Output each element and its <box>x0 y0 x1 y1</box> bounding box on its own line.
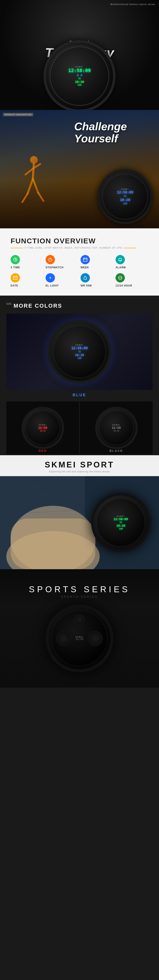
challenge-date2: 10:20 <box>120 198 130 202</box>
red-watch-face: SKMEI 12:58 10:20 <box>38 424 47 432</box>
sports-brand: SKMEI <box>75 636 84 638</box>
svg-line-2 <box>26 168 33 175</box>
blue-time: 12:58:09 <box>71 346 88 350</box>
challenge-bottom: 50M <box>123 202 127 205</box>
function-item-ellight: EL LIGHT <box>46 273 79 287</box>
runner-silhouette <box>13 151 51 216</box>
wrist-date1: 5U <box>120 521 122 523</box>
challenge-watch-circle: SKMEI 12:58:09 5U 10:20 50M <box>98 169 153 224</box>
function-item-alarm: ALARM <box>116 255 148 269</box>
wrist-bottom: 50M <box>119 528 123 530</box>
hero-section: Multifunctional fashion sports series SK… <box>0 0 159 110</box>
subdial-right <box>88 631 103 646</box>
sports-center-display: SKMEI 12:58 <box>75 636 84 641</box>
hero-watch: SKMEI 12:58:09 4 4 5U 10:20 50M <box>43 40 116 110</box>
svg-line-1 <box>33 164 34 179</box>
function-icon-date: 31 <box>11 273 20 283</box>
sport-tagline: Exploring the self and exploring the fut… <box>0 470 159 473</box>
date-icon: 31 <box>13 275 18 280</box>
wrist-watch-face: SKMEI 12:58:09 5U 10:20 50M <box>114 515 128 530</box>
sport-brand: SKMEI SPORT <box>0 460 159 469</box>
sports-series-title: SPORTS SERIES <box>29 585 130 594</box>
sport-section: SKMEI SPORT Exploring the self and explo… <box>0 455 159 569</box>
svg-text:31: 31 <box>14 278 16 279</box>
function-title: FUNCTION OVERVIEW <box>11 237 148 245</box>
blue-bottom: 50M <box>77 357 82 360</box>
function-item-date: 31 DATE <box>11 273 43 287</box>
function-grid: 3 TIME STOPWATCH WEEK ALARM 31 DATE <box>11 255 148 287</box>
watch-time-main: 12:58:09 <box>68 68 91 73</box>
wrist-watch-image: SKMEI 12:58:09 5U 10:20 50M <box>0 476 159 569</box>
challenge-date1: 5U <box>124 195 126 197</box>
blue-date1: 5U <box>78 350 81 353</box>
black-watch-face: SKMEI 12:58 10:20 <box>112 424 120 432</box>
black-watch-inner: SKMEI 12:58 10:20 <box>99 411 133 445</box>
colors-section: ““ MORE COLORS SKMEI 12:58:09 5U 10:20 5… <box>0 296 159 454</box>
hero-tagline: Multifunctional fashion sports series <box>111 3 155 5</box>
watch-display: SKMEI 12:58:09 4 4 5U 10:20 50M <box>68 66 91 86</box>
function-line-left <box>11 248 23 248</box>
black-date: 10:20 <box>113 430 119 432</box>
function-subtitle-text: 3 TIME ZONE, STOP WATCH, WEEK, RETURNING… <box>24 247 122 249</box>
red-watch-circle: SKMEI 12:58 10:20 <box>22 407 64 449</box>
function-label-3time: 3 TIME <box>11 266 20 269</box>
blue-watch-inner: SKMEI 12:58:09 5U 10:20 50M <box>53 326 106 378</box>
sports-time: 12:58 <box>75 638 84 641</box>
svg-line-10 <box>15 259 16 260</box>
blue-watch-feature: SKMEI 12:58:09 5U 10:20 50M <box>6 314 153 390</box>
black-watch-box: SKMEI 12:58 10:20 BLACK <box>80 401 153 454</box>
challenge-watch: SKMEI 12:58:09 5U 10:20 50M <box>98 169 153 224</box>
black-watch-brand: SKMEI <box>112 424 120 426</box>
quote-icon: ““ <box>6 302 11 310</box>
wrist-watch-display: SKMEI 12:58:09 5U 10:20 50M <box>91 493 151 552</box>
wrist-time: 12:58:09 <box>114 517 128 521</box>
blue-watch-circle: SKMEI 12:58:09 5U 10:20 50M <box>48 320 111 383</box>
challenge-text: Challenge Yourself <box>74 121 127 145</box>
wrist-date2: 10:20 <box>116 524 125 527</box>
blue-date2: 10:20 <box>75 353 84 357</box>
red-label: RED <box>39 449 47 452</box>
sports-watch-display: SKMEI 12:58 <box>46 605 113 672</box>
svg-text:12/24: 12/24 <box>119 277 122 278</box>
function-label-wr: WR 50M <box>80 284 92 287</box>
challenge-watch-display: SKMEI 12:58:09 5U 10:20 50M <box>117 188 133 205</box>
wrist-brand: SKMEI <box>117 515 125 517</box>
function-item-3time: 3 TIME <box>11 255 43 269</box>
watch-brand: SKMEI <box>75 66 84 67</box>
red-watch-brand: SKMEI <box>39 424 47 426</box>
runner-svg <box>13 151 51 215</box>
black-watch-circle: SKMEI 12:58 10:20 <box>95 407 138 449</box>
function-label-1224: 12/24 HOUR <box>116 284 132 287</box>
svg-rect-13 <box>50 258 51 258</box>
blue-watch-brand: SKMEI <box>75 344 84 346</box>
red-time: 12:58 <box>38 426 47 430</box>
svg-rect-31 <box>11 519 95 569</box>
challenge-title-line1: Challenge <box>74 121 127 132</box>
subdial-top <box>74 614 85 625</box>
sports-watch-circle: SKMEI 12:58 <box>46 605 113 672</box>
function-line-right <box>124 248 137 248</box>
color-row: SKMEI 12:58 10:20 RED SKMEI 12:58 10:20 <box>6 401 153 454</box>
function-label-stopwatch: STOPWATCH <box>46 266 64 269</box>
function-item-week: WEEK <box>80 255 113 269</box>
red-watch-inner: SKMEI 12:58 10:20 <box>26 411 60 445</box>
function-icon-week <box>80 255 90 264</box>
clock-icon: 12/24 <box>118 275 122 280</box>
red-watch-box: SKMEI 12:58 10:20 RED <box>6 401 79 454</box>
function-icon-1224: 12/24 <box>116 273 125 283</box>
svg-point-0 <box>30 156 38 164</box>
more-colors-header: ““ MORE COLORS <box>6 302 153 310</box>
product-desc-tag: PRODUCT DESCRIPTION <box>3 113 33 116</box>
function-label-ellight: EL LIGHT <box>46 284 59 287</box>
black-label: BLACK <box>109 449 123 452</box>
challenge-title-line2: Yourself <box>74 132 127 145</box>
function-item-wr: WR 50M <box>80 273 113 287</box>
function-icon-stopwatch <box>46 255 55 264</box>
wrist-inner: SKMEI 12:58:09 5U 10:20 50M <box>97 499 145 547</box>
watch-date1: 5U <box>78 77 81 80</box>
svg-line-6 <box>22 194 27 202</box>
function-section: FUNCTION OVERVIEW 3 TIME ZONE, STOP WATC… <box>0 228 159 296</box>
ellight-icon <box>48 275 53 280</box>
black-label-box: BLACK <box>80 447 153 454</box>
sports-series-section: SPORTS SERIES SPORTS SERIES SKMEI 12:58 <box>0 569 159 687</box>
